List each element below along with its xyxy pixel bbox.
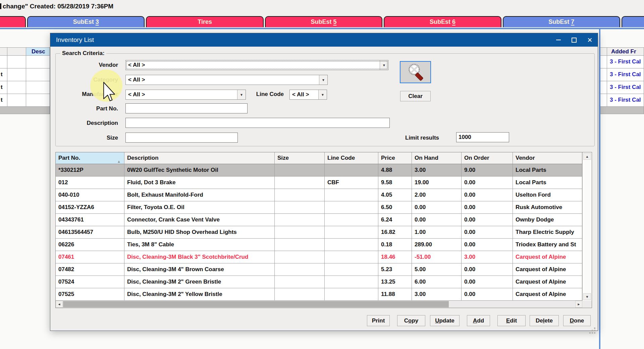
chevron-down-icon[interactable]: ▼: [380, 60, 388, 70]
limit-results-label: Limit results: [405, 135, 449, 141]
cell-line-code: CBF: [325, 177, 378, 189]
size-input[interactable]: [125, 133, 238, 143]
tab-tires[interactable]: Tires: [146, 16, 263, 27]
vendor-value: < All >: [126, 62, 380, 68]
cell-on-order: 9.00: [462, 164, 513, 177]
bg-left-row-desc: [26, 94, 50, 107]
cell-line-code: [325, 288, 378, 301]
horizontal-scroll-thumb[interactable]: [63, 301, 449, 307]
table-row[interactable]: 04343761Connector, Crank Case Vent Valve…: [56, 214, 582, 226]
scroll-up-icon[interactable]: ▲: [583, 153, 591, 160]
window-controls: ✕: [550, 33, 598, 47]
manufacturer-combobox[interactable]: < All > ▼: [125, 90, 246, 100]
cell-vendor: Local Parts: [513, 177, 582, 189]
table-row[interactable]: 07461Disc, Cleaning-3M Black 3" Scotchbr…: [56, 251, 582, 263]
screen: change" Created: 05/28/2019 7:36PM SubEs…: [0, 0, 644, 349]
column-header-price[interactable]: Price: [378, 152, 412, 164]
cell-on-order: 3.00: [462, 251, 513, 263]
scroll-down-icon[interactable]: ▼: [583, 293, 591, 300]
limit-results-input[interactable]: [456, 132, 509, 142]
column-header-vendor[interactable]: Vendor: [513, 152, 582, 164]
tab-subest6[interactable]: SubEst6: [384, 16, 501, 27]
vertical-scrollbar[interactable]: ▲ ▼: [582, 152, 592, 301]
cell-line-code: [325, 189, 378, 201]
cell-line-code: [325, 214, 378, 226]
column-header-on-hand[interactable]: On Hand: [412, 152, 462, 164]
scroll-left-icon[interactable]: ◄: [56, 301, 63, 308]
background-grid-border: [599, 29, 600, 349]
description-input[interactable]: [125, 118, 390, 128]
copy-button[interactable]: Copy: [397, 315, 425, 326]
category-combobox[interactable]: < All > ▼: [125, 75, 328, 85]
close-button[interactable]: ✕: [582, 33, 598, 47]
table-row[interactable]: 040-010Bolt, Exhaust Manifold-Ford4.052.…: [56, 189, 582, 201]
manufacturer-value: < All >: [126, 91, 237, 98]
table-row[interactable]: 04613564457Bulb, M250/U HID Shop Overhea…: [56, 226, 582, 239]
cell-on-hand: -51.00: [412, 251, 462, 263]
column-header-on-order[interactable]: On Order: [462, 152, 513, 164]
add-button[interactable]: Add: [467, 315, 490, 326]
column-header-description[interactable]: Description: [124, 152, 275, 164]
dialog-titlebar[interactable]: Inventory List ✕: [50, 33, 598, 47]
tab-subest3[interactable]: SubEst3: [27, 16, 145, 27]
table-row[interactable]: *330212P0W20 GulfTec Synthetic Motor Oil…: [56, 164, 582, 177]
estimate-tab-bar: SubEst3TiresSubEst5SubEst6SubEst7: [0, 16, 644, 27]
table-row[interactable]: 012Fluid, Dot 3 BrakeCBF9.5819.000.00Loc…: [56, 177, 582, 189]
cell-price: 18.46: [378, 251, 412, 263]
bg-left-row-col-b: [7, 56, 26, 68]
cell-description: Disc, Cleaning-3M 2" Yellow Bristle: [124, 288, 275, 301]
minimize-button[interactable]: [550, 33, 566, 47]
column-header-size[interactable]: Size: [275, 152, 325, 164]
line-code-combobox[interactable]: < All > ▼: [289, 90, 327, 100]
tab-subest7[interactable]: SubEst7: [503, 16, 620, 27]
column-header-part-no-[interactable]: Part No.▲: [56, 152, 124, 164]
vendor-combobox[interactable]: < All > ▼: [125, 60, 388, 70]
cell-line-code: [325, 263, 378, 276]
table-row[interactable]: 04152-YZZA6Filter, Toyota O.E. Oil6.500.…: [56, 201, 582, 214]
cell-vendor: Local Parts: [513, 164, 582, 177]
cell-on-hand: 0.00: [412, 201, 462, 214]
delete-button[interactable]: Delete: [530, 315, 559, 326]
line-code-label: Line Code: [243, 91, 284, 98]
part-no-input[interactable]: [125, 103, 248, 113]
print-button[interactable]: Print: [367, 315, 390, 326]
cell-part-no-: *330212P: [56, 164, 124, 177]
cell-description: Fluid, Dot 3 Brake: [124, 177, 275, 189]
created-timestamp-text: change" Created: 05/28/2019 7:36PM: [3, 3, 113, 10]
cell-on-hand: 1.00: [412, 226, 462, 239]
table-row[interactable]: 07524Disc, Cleaning-3M 2" Green Bristle1…: [56, 276, 582, 288]
cell-line-code: [325, 201, 378, 214]
chevron-down-icon[interactable]: ▼: [237, 90, 246, 99]
cell-line-code: [325, 226, 378, 239]
horizontal-scrollbar[interactable]: ◄ ►: [56, 301, 582, 308]
bg-right-row-col-a: [600, 56, 607, 68]
top-status-bar: change" Created: 05/28/2019 7:36PM: [0, 0, 644, 16]
cell-size: [275, 239, 325, 251]
done-button[interactable]: Done: [563, 315, 591, 326]
bg-left-header-col-a: [0, 47, 7, 56]
part-no-label: Part No.: [58, 105, 118, 112]
table-row[interactable]: 07525Disc, Cleaning-3M 2" Yellow Bristle…: [56, 288, 582, 301]
magnifier-icon: [405, 62, 426, 82]
table-row[interactable]: 06226Ties, 3M 8" Cable0.18289.000.00Trio…: [56, 239, 582, 251]
bg-left-row-col-b: [7, 68, 26, 81]
table-body: *330212P0W20 GulfTec Synthetic Motor Oil…: [56, 164, 582, 301]
scroll-right-icon[interactable]: ►: [575, 301, 582, 308]
clear-button[interactable]: Clear: [400, 91, 431, 101]
cell-part-no-: 07524: [56, 276, 124, 288]
update-button[interactable]: Update: [430, 315, 460, 326]
bg-right-header-added-from: Added Fr: [607, 47, 644, 56]
table-row[interactable]: 07482Disc, Cleaning-3M 4" Brown Coarse5.…: [56, 263, 582, 276]
chevron-down-icon[interactable]: ▼: [318, 90, 327, 99]
chevron-down-icon[interactable]: ▼: [319, 75, 327, 85]
resize-grip[interactable]: [594, 328, 595, 329]
tab-subest5[interactable]: SubEst5: [265, 16, 382, 27]
inventory-list-dialog: Inventory List ✕ Search Criteria: Vendor…: [50, 33, 598, 331]
edit-button[interactable]: Edit: [497, 315, 526, 326]
search-button[interactable]: [400, 61, 431, 83]
column-header-line-code[interactable]: Line Code: [325, 152, 378, 164]
maximize-button[interactable]: [566, 33, 582, 47]
cell-price: 16.82: [378, 226, 412, 239]
maximize-icon: [572, 38, 577, 43]
cell-price: 0.18: [378, 239, 412, 251]
